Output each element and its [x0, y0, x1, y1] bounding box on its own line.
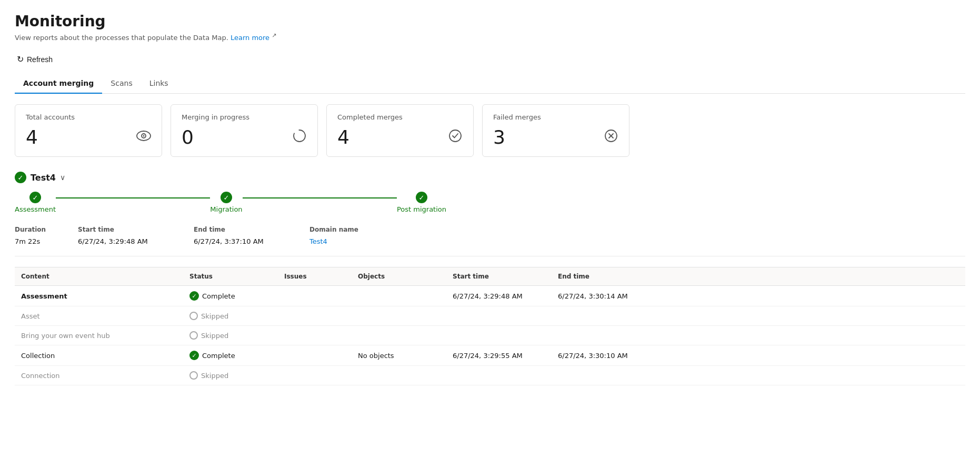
stat-card-completed-merges: Completed merges 4: [326, 104, 474, 157]
page-title: Monitoring: [15, 13, 965, 30]
tabs-bar: Account merging Scans Links: [15, 74, 965, 94]
th-objects: Objects: [352, 267, 446, 285]
progress-line-2: [243, 197, 397, 198]
svg-point-2: [143, 135, 145, 136]
td-content-2: Bring your own event hub: [15, 326, 183, 345]
table-row: Bring your own event hub Skipped: [15, 326, 965, 345]
table-row: Asset Skipped: [15, 306, 965, 326]
skipped-icon-1: [189, 312, 198, 320]
td-status-1: Skipped: [183, 306, 278, 325]
start-time-value: 6/27/24, 3:29:48 AM: [78, 235, 194, 247]
td-end-2: [552, 326, 657, 345]
td-objects-3: No objects: [352, 345, 446, 365]
stat-label-total-accounts: Total accounts: [26, 113, 151, 121]
end-time-value: 6/27/24, 3:37:10 AM: [194, 235, 309, 247]
migration-status-icon: ✓: [221, 192, 232, 203]
th-status: Status: [183, 267, 278, 285]
assessment-status-icon: ✓: [29, 192, 41, 203]
td-objects-2: [352, 326, 446, 345]
duration-value: 7m 22s: [15, 235, 78, 247]
eye-icon: [136, 130, 151, 145]
postmigration-label: Post migration: [397, 205, 446, 213]
skipped-icon-2: [189, 331, 198, 340]
postmigration-status-icon: ✓: [416, 192, 427, 203]
td-content-4: Connection: [15, 366, 183, 385]
td-end-0: 6/27/24, 3:30:14 AM: [552, 286, 657, 306]
section-status-icon: ✓: [15, 172, 26, 183]
progress-line-1: [56, 197, 210, 198]
table-row: Connection Skipped: [15, 366, 965, 385]
td-objects-4: [352, 366, 446, 385]
th-content: Content: [15, 267, 183, 285]
td-start-1: [446, 306, 552, 325]
complete-icon-0: ✓: [189, 291, 199, 301]
monitoring-page: Monitoring View reports about the proces…: [0, 0, 980, 467]
progress-track: ✓ Assessment ✓ Migration ✓ Post migratio…: [15, 192, 446, 213]
svg-point-3: [294, 130, 305, 142]
section-title: Test4: [31, 173, 56, 183]
td-status-4: Skipped: [183, 366, 278, 385]
stat-value-row-merging-in-progress: 0: [182, 126, 307, 148]
complete-icon-3: ✓: [189, 351, 199, 360]
th-start-time: Start time: [446, 267, 552, 285]
skipped-icon-4: [189, 371, 198, 380]
duration-header: Duration: [15, 224, 78, 235]
td-content-3: Collection: [15, 345, 183, 365]
stat-label-merging-in-progress: Merging in progress: [182, 113, 307, 121]
domain-name-header: Domain name: [309, 224, 415, 235]
stat-label-completed-merges: Completed merges: [337, 113, 463, 121]
refresh-icon: ↻: [17, 54, 24, 64]
td-issues-2: [278, 326, 352, 345]
td-status-2: Skipped: [183, 326, 278, 345]
stats-row: Total accounts 4 Merging in progress 0: [15, 104, 965, 157]
td-start-0: 6/27/24, 3:29:48 AM: [446, 286, 552, 306]
td-issues-1: [278, 306, 352, 325]
table-header: Content Status Issues Objects Start time…: [15, 267, 965, 286]
content-table: Content Status Issues Objects Start time…: [15, 267, 965, 385]
section-collapse-icon[interactable]: ∨: [60, 173, 65, 182]
stat-value-completed-merges: 4: [337, 126, 349, 148]
td-start-4: [446, 366, 552, 385]
td-content-0: Assessment: [15, 286, 183, 306]
td-end-1: [552, 306, 657, 325]
td-end-4: [552, 366, 657, 385]
stat-card-failed-merges: Failed merges 3: [482, 104, 629, 157]
td-objects-1: [352, 306, 446, 325]
progress-step-assessment: ✓ Assessment: [15, 192, 56, 213]
x-circle-icon: [604, 128, 618, 146]
refresh-button[interactable]: ↻ Refresh: [15, 51, 58, 67]
progress-step-postmigration: ✓ Post migration: [397, 192, 446, 213]
start-time-header: Start time: [78, 224, 194, 235]
refresh-label: Refresh: [27, 55, 53, 64]
td-start-3: 6/27/24, 3:29:55 AM: [446, 345, 552, 365]
td-end-3: 6/27/24, 3:30:10 AM: [552, 345, 657, 365]
td-content-1: Asset: [15, 306, 183, 325]
stat-card-total-accounts: Total accounts 4: [15, 104, 162, 157]
check-circle-icon: [448, 128, 463, 146]
tab-links[interactable]: Links: [141, 74, 177, 94]
tab-scans[interactable]: Scans: [102, 74, 141, 94]
stat-value-total-accounts: 4: [26, 126, 38, 148]
migration-label: Migration: [210, 205, 242, 213]
td-issues-0: [278, 286, 352, 306]
end-time-header: End time: [194, 224, 309, 235]
section-header: ✓ Test4 ∨: [15, 172, 965, 183]
domain-name-value[interactable]: Test4: [309, 235, 415, 247]
td-issues-4: [278, 366, 352, 385]
assessment-label: Assessment: [15, 205, 56, 213]
td-status-0: ✓ Complete: [183, 286, 278, 306]
progress-step-migration: ✓ Migration: [210, 192, 242, 213]
sync-icon: [292, 128, 307, 146]
tab-account-merging[interactable]: Account merging: [15, 74, 102, 94]
details-grid: Duration Start time End time Domain name…: [15, 224, 965, 256]
learn-more-link[interactable]: Learn more: [231, 34, 269, 42]
page-subtitle: View reports about the processes that po…: [15, 32, 965, 42]
td-objects-0: [352, 286, 446, 306]
table-row: Collection ✓ Complete No objects 6/27/24…: [15, 345, 965, 366]
svg-point-4: [449, 130, 461, 142]
stat-value-row-failed-merges: 3: [493, 126, 618, 148]
td-status-3: ✓ Complete: [183, 345, 278, 365]
stat-label-failed-merges: Failed merges: [493, 113, 618, 121]
stat-value-row-total-accounts: 4: [26, 126, 151, 148]
th-issues: Issues: [278, 267, 352, 285]
